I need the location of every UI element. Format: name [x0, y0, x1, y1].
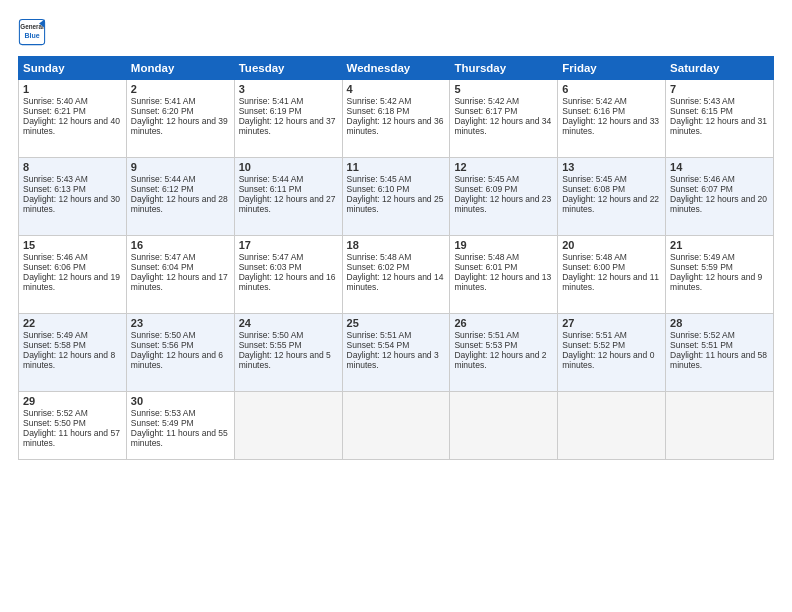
sunset-text: Sunset: 6:21 PM — [23, 106, 86, 116]
calendar-cell — [450, 392, 558, 460]
daylight-text: Daylight: 12 hours and 6 minutes. — [131, 350, 223, 370]
daylight-text: Daylight: 12 hours and 20 minutes. — [670, 194, 767, 214]
daylight-text: Daylight: 12 hours and 30 minutes. — [23, 194, 120, 214]
calendar-cell: 18Sunrise: 5:48 AMSunset: 6:02 PMDayligh… — [342, 236, 450, 314]
calendar-week-row: 15Sunrise: 5:46 AMSunset: 6:06 PMDayligh… — [19, 236, 774, 314]
calendar-cell: 21Sunrise: 5:49 AMSunset: 5:59 PMDayligh… — [666, 236, 774, 314]
calendar-week-row: 22Sunrise: 5:49 AMSunset: 5:58 PMDayligh… — [19, 314, 774, 392]
day-number: 10 — [239, 161, 338, 173]
calendar-cell: 16Sunrise: 5:47 AMSunset: 6:04 PMDayligh… — [126, 236, 234, 314]
sunrise-text: Sunrise: 5:47 AM — [131, 252, 196, 262]
calendar-cell: 19Sunrise: 5:48 AMSunset: 6:01 PMDayligh… — [450, 236, 558, 314]
logo-icon: General Blue — [18, 18, 46, 46]
calendar-cell: 13Sunrise: 5:45 AMSunset: 6:08 PMDayligh… — [558, 158, 666, 236]
sunset-text: Sunset: 6:04 PM — [131, 262, 194, 272]
daylight-text: Daylight: 12 hours and 0 minutes. — [562, 350, 654, 370]
col-saturday: Saturday — [666, 57, 774, 80]
calendar-cell: 11Sunrise: 5:45 AMSunset: 6:10 PMDayligh… — [342, 158, 450, 236]
day-number: 28 — [670, 317, 769, 329]
day-number: 23 — [131, 317, 230, 329]
sunset-text: Sunset: 5:59 PM — [670, 262, 733, 272]
sunset-text: Sunset: 6:13 PM — [23, 184, 86, 194]
calendar-cell: 28Sunrise: 5:52 AMSunset: 5:51 PMDayligh… — [666, 314, 774, 392]
col-sunday: Sunday — [19, 57, 127, 80]
daylight-text: Daylight: 11 hours and 55 minutes. — [131, 428, 228, 448]
sunset-text: Sunset: 6:09 PM — [454, 184, 517, 194]
calendar-week-row: 1Sunrise: 5:40 AMSunset: 6:21 PMDaylight… — [19, 80, 774, 158]
sunset-text: Sunset: 5:49 PM — [131, 418, 194, 428]
calendar-cell: 8Sunrise: 5:43 AMSunset: 6:13 PMDaylight… — [19, 158, 127, 236]
sunset-text: Sunset: 6:07 PM — [670, 184, 733, 194]
sunset-text: Sunset: 6:02 PM — [347, 262, 410, 272]
sunrise-text: Sunrise: 5:48 AM — [347, 252, 412, 262]
sunset-text: Sunset: 6:16 PM — [562, 106, 625, 116]
daylight-text: Daylight: 12 hours and 13 minutes. — [454, 272, 551, 292]
sunrise-text: Sunrise: 5:51 AM — [454, 330, 519, 340]
sunset-text: Sunset: 5:54 PM — [347, 340, 410, 350]
day-number: 18 — [347, 239, 446, 251]
col-monday: Monday — [126, 57, 234, 80]
calendar-week-row: 29Sunrise: 5:52 AMSunset: 5:50 PMDayligh… — [19, 392, 774, 460]
day-number: 12 — [454, 161, 553, 173]
daylight-text: Daylight: 12 hours and 19 minutes. — [23, 272, 120, 292]
calendar-cell: 3Sunrise: 5:41 AMSunset: 6:19 PMDaylight… — [234, 80, 342, 158]
day-number: 29 — [23, 395, 122, 407]
sunrise-text: Sunrise: 5:46 AM — [23, 252, 88, 262]
day-number: 30 — [131, 395, 230, 407]
day-number: 15 — [23, 239, 122, 251]
calendar-cell: 4Sunrise: 5:42 AMSunset: 6:18 PMDaylight… — [342, 80, 450, 158]
day-number: 14 — [670, 161, 769, 173]
sunset-text: Sunset: 6:01 PM — [454, 262, 517, 272]
daylight-text: Daylight: 11 hours and 57 minutes. — [23, 428, 120, 448]
day-number: 20 — [562, 239, 661, 251]
sunset-text: Sunset: 6:19 PM — [239, 106, 302, 116]
day-number: 24 — [239, 317, 338, 329]
sunset-text: Sunset: 6:10 PM — [347, 184, 410, 194]
logo: General Blue — [18, 18, 50, 46]
calendar-cell — [558, 392, 666, 460]
calendar-cell: 7Sunrise: 5:43 AMSunset: 6:15 PMDaylight… — [666, 80, 774, 158]
daylight-text: Daylight: 12 hours and 8 minutes. — [23, 350, 115, 370]
sunset-text: Sunset: 6:06 PM — [23, 262, 86, 272]
col-tuesday: Tuesday — [234, 57, 342, 80]
calendar-cell: 10Sunrise: 5:44 AMSunset: 6:11 PMDayligh… — [234, 158, 342, 236]
daylight-text: Daylight: 12 hours and 40 minutes. — [23, 116, 120, 136]
sunrise-text: Sunrise: 5:42 AM — [347, 96, 412, 106]
day-number: 17 — [239, 239, 338, 251]
sunrise-text: Sunrise: 5:40 AM — [23, 96, 88, 106]
daylight-text: Daylight: 12 hours and 37 minutes. — [239, 116, 336, 136]
sunrise-text: Sunrise: 5:44 AM — [131, 174, 196, 184]
daylight-text: Daylight: 12 hours and 5 minutes. — [239, 350, 331, 370]
sunrise-text: Sunrise: 5:52 AM — [23, 408, 88, 418]
col-thursday: Thursday — [450, 57, 558, 80]
sunrise-text: Sunrise: 5:45 AM — [347, 174, 412, 184]
calendar-cell: 9Sunrise: 5:44 AMSunset: 6:12 PMDaylight… — [126, 158, 234, 236]
col-friday: Friday — [558, 57, 666, 80]
daylight-text: Daylight: 12 hours and 34 minutes. — [454, 116, 551, 136]
calendar-cell: 20Sunrise: 5:48 AMSunset: 6:00 PMDayligh… — [558, 236, 666, 314]
sunrise-text: Sunrise: 5:50 AM — [239, 330, 304, 340]
calendar-cell: 2Sunrise: 5:41 AMSunset: 6:20 PMDaylight… — [126, 80, 234, 158]
day-number: 21 — [670, 239, 769, 251]
calendar-cell: 27Sunrise: 5:51 AMSunset: 5:52 PMDayligh… — [558, 314, 666, 392]
sunset-text: Sunset: 5:58 PM — [23, 340, 86, 350]
calendar-cell: 22Sunrise: 5:49 AMSunset: 5:58 PMDayligh… — [19, 314, 127, 392]
sunrise-text: Sunrise: 5:48 AM — [562, 252, 627, 262]
day-number: 5 — [454, 83, 553, 95]
daylight-text: Daylight: 12 hours and 23 minutes. — [454, 194, 551, 214]
sunset-text: Sunset: 5:53 PM — [454, 340, 517, 350]
daylight-text: Daylight: 12 hours and 9 minutes. — [670, 272, 762, 292]
sunrise-text: Sunrise: 5:52 AM — [670, 330, 735, 340]
day-number: 11 — [347, 161, 446, 173]
sunrise-text: Sunrise: 5:53 AM — [131, 408, 196, 418]
sunset-text: Sunset: 6:03 PM — [239, 262, 302, 272]
sunrise-text: Sunrise: 5:45 AM — [454, 174, 519, 184]
sunrise-text: Sunrise: 5:42 AM — [562, 96, 627, 106]
sunset-text: Sunset: 6:11 PM — [239, 184, 302, 194]
daylight-text: Daylight: 12 hours and 2 minutes. — [454, 350, 546, 370]
sunset-text: Sunset: 5:56 PM — [131, 340, 194, 350]
sunrise-text: Sunrise: 5:41 AM — [131, 96, 196, 106]
sunrise-text: Sunrise: 5:47 AM — [239, 252, 304, 262]
calendar-table: Sunday Monday Tuesday Wednesday Thursday… — [18, 56, 774, 460]
sunset-text: Sunset: 6:17 PM — [454, 106, 517, 116]
